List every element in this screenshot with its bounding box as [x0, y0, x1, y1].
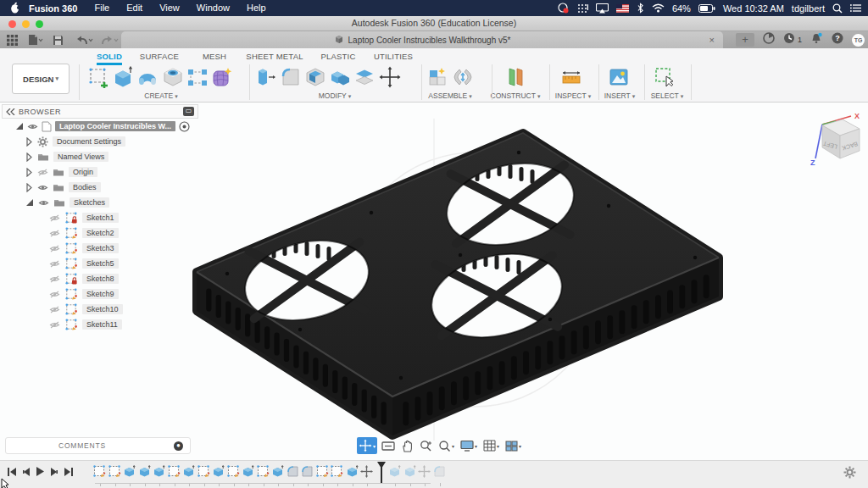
eye-off-icon[interactable]: [49, 258, 60, 269]
construct-plane-button[interactable]: [504, 65, 527, 89]
fillet-button[interactable]: [279, 65, 303, 89]
timeline-feature-extrude[interactable]: [138, 465, 152, 479]
insert-canvas-button[interactable]: [607, 65, 631, 89]
viewports-button[interactable]: ▾: [504, 437, 523, 454]
sketch-label[interactable]: Sketch9: [82, 289, 119, 299]
keyboard-grid-icon[interactable]: [577, 3, 588, 14]
search-icon[interactable]: [832, 3, 843, 14]
expand-arrow-icon[interactable]: [25, 198, 34, 207]
group-construct[interactable]: CONSTRUCT: [491, 92, 541, 100]
timeline-feature-extrude[interactable]: [212, 465, 225, 479]
group-inspect[interactable]: INSPECT: [555, 92, 591, 100]
timeline-feature-fillet[interactable]: [301, 465, 314, 479]
browser-folder-bodies[interactable]: Bodies: [2, 180, 198, 195]
app-menu[interactable]: Fusion 360: [20, 3, 86, 14]
offset-face-button[interactable]: [353, 65, 376, 89]
eye-icon[interactable]: [37, 182, 48, 193]
timeline-feature-sketch[interactable]: [93, 465, 107, 479]
expand-arrow-icon[interactable]: [25, 152, 33, 162]
timeline-sketch-icon[interactable]: [198, 465, 210, 478]
timeline-feature-extrude[interactable]: [346, 465, 359, 479]
undo-button[interactable]: [75, 33, 93, 47]
browser-folder-sketches[interactable]: Sketches: [2, 195, 198, 210]
menu-file[interactable]: File: [86, 0, 118, 16]
folder-label[interactable]: Named Views: [53, 152, 108, 162]
eye-icon[interactable]: [27, 121, 38, 132]
pan-button[interactable]: [399, 437, 415, 454]
menubar-username[interactable]: tdgilbert: [792, 3, 825, 14]
timeline-sketch-icon[interactable]: [108, 465, 121, 478]
menu-help[interactable]: Help: [238, 0, 275, 16]
browser-sketch-row[interactable]: Sketch5: [2, 256, 198, 271]
sketch-label[interactable]: Sketch11: [82, 319, 122, 330]
timeline-feature-move[interactable]: [418, 465, 431, 479]
timeline-sketch-icon[interactable]: [227, 465, 240, 478]
new-tab-button[interactable]: +: [736, 33, 754, 47]
timeline-feature-extrude[interactable]: [153, 465, 166, 479]
timeline-feature-extrude[interactable]: [123, 465, 136, 479]
go-to-end-button[interactable]: [64, 467, 74, 477]
avatar[interactable]: TG: [852, 34, 865, 47]
notification-list-icon[interactable]: [850, 3, 861, 13]
zoom-button[interactable]: [418, 437, 434, 454]
timeline-feature-extrude[interactable]: [182, 465, 196, 479]
timeline-feature-fillet[interactable]: [433, 465, 447, 479]
collapse-browser-icon[interactable]: [6, 108, 15, 115]
expand-arrow-icon[interactable]: [25, 137, 33, 147]
tab-sheet-metal[interactable]: SHEET METAL: [246, 52, 303, 61]
timeline-extrude-icon[interactable]: [138, 465, 151, 478]
battery-icon[interactable]: [698, 4, 715, 13]
comments-bar[interactable]: COMMENTS ●: [5, 437, 191, 454]
notification-bell-icon[interactable]: [810, 32, 823, 48]
joint-button[interactable]: [451, 65, 475, 89]
step-forward-button[interactable]: [50, 467, 58, 477]
timeline-sketch-icon[interactable]: [257, 465, 270, 478]
timeline-settings-gear-icon[interactable]: [843, 466, 856, 479]
sketch-label[interactable]: Sketch5: [82, 258, 119, 269]
timeline-extrude-icon[interactable]: [242, 465, 254, 478]
step-back-button[interactable]: [22, 467, 31, 477]
sketch-label[interactable]: Sketch3: [82, 243, 119, 253]
browser-sketch-row[interactable]: Sketch3: [2, 241, 198, 256]
browser-sketch-row[interactable]: Sketch2: [2, 225, 198, 241]
sketch-label[interactable]: Sketch8: [82, 274, 119, 284]
browser-sketch-row[interactable]: Sketch1: [2, 210, 198, 225]
browser-folder-origin[interactable]: Origin: [2, 164, 198, 180]
viewport-canvas[interactable]: X Z LEFT BACK BROWSER ▭ Laptop Cooler In…: [0, 103, 868, 460]
timeline-feature-move[interactable]: [360, 465, 374, 479]
workspace-switcher[interactable]: DESIGN: [12, 64, 70, 94]
timeline-feature-fillet[interactable]: [287, 465, 300, 479]
document-tab[interactable]: Laptop Cooler Instrucibles Walkthrough v…: [121, 31, 723, 48]
timeline-feature-sketch[interactable]: [316, 465, 330, 479]
eye-off-icon[interactable]: [49, 228, 60, 239]
expand-arrow-icon[interactable]: [25, 183, 33, 192]
group-modify[interactable]: MODIFY: [319, 92, 352, 100]
timeline-extrude-icon[interactable]: [388, 465, 401, 478]
comments-toggle-icon[interactable]: ●: [174, 441, 183, 451]
folder-label[interactable]: Sketches: [70, 197, 109, 208]
tab-solid[interactable]: SOLID: [97, 52, 122, 65]
tab-plastic[interactable]: PLASTIC: [321, 52, 356, 61]
timeline-feature-extrude[interactable]: [242, 465, 255, 479]
eye-off-icon[interactable]: [49, 213, 60, 224]
timeline-sketch-icon[interactable]: [331, 465, 343, 478]
battery-percent[interactable]: 64%: [672, 3, 691, 14]
root-document-label[interactable]: Laptop Cooler Instrucibles W...: [55, 121, 175, 131]
timeline-extrude-icon[interactable]: [346, 465, 359, 478]
eye-off-icon[interactable]: [49, 304, 60, 315]
timeline-extrude-icon[interactable]: [153, 465, 165, 478]
browser-folder-named-views[interactable]: Named Views: [2, 149, 198, 164]
timeline-fillet-icon[interactable]: [433, 465, 446, 478]
tab-mesh[interactable]: MESH: [203, 52, 226, 61]
timeline-sketch-icon[interactable]: [93, 465, 106, 478]
timeline-extrude-icon[interactable]: [403, 465, 416, 478]
timeline-feature-sketch[interactable]: [331, 465, 344, 479]
activate-component-icon[interactable]: [179, 121, 190, 132]
sketch-label[interactable]: Sketch10: [82, 304, 123, 314]
eye-off-icon[interactable]: [37, 167, 48, 178]
file-menu-button[interactable]: [28, 33, 43, 47]
timeline-feature-sketch[interactable]: [227, 465, 241, 479]
browser-folder-document-settings[interactable]: Document Settings: [2, 134, 198, 149]
display-settings-button[interactable]: ▾: [459, 437, 479, 454]
select-button[interactable]: [653, 65, 676, 89]
